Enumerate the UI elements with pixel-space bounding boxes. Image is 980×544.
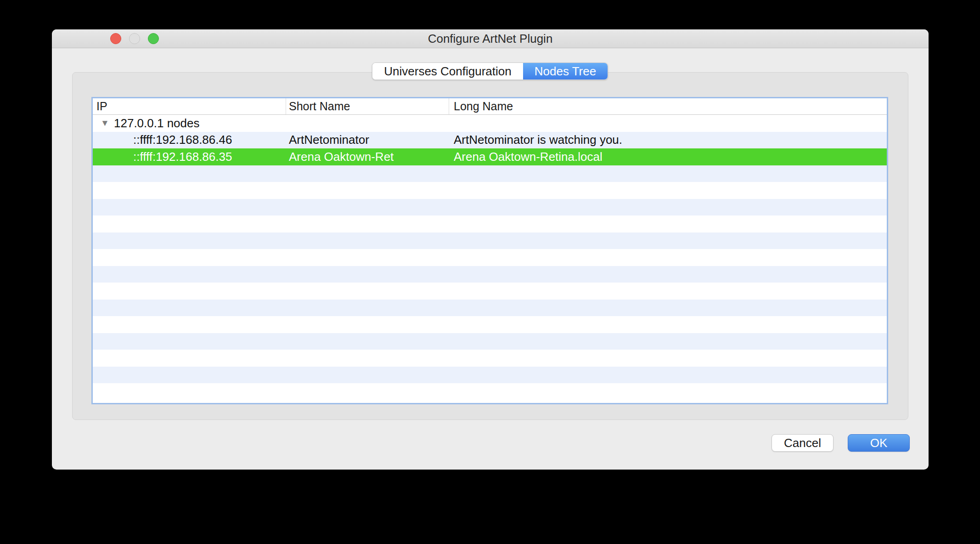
- empty-row[interactable]: [93, 215, 887, 232]
- empty-row[interactable]: [93, 232, 887, 249]
- zoom-button-icon[interactable]: [148, 33, 159, 44]
- tree-group-row[interactable]: ▼ 127.0.0.1 nodes: [93, 115, 887, 132]
- cell-text: Arena Oaktown-Retina.local: [454, 150, 603, 164]
- group-row-label: 127.0.0.1 nodes: [114, 116, 200, 130]
- cell-text: ::ffff:192.168.86.35: [93, 150, 232, 164]
- dialog-window: Configure ArtNet Plugin Universes Config…: [52, 29, 929, 470]
- close-button-icon[interactable]: [110, 33, 121, 44]
- empty-row[interactable]: [93, 333, 887, 350]
- empty-row[interactable]: [93, 300, 887, 317]
- empty-row[interactable]: [93, 266, 887, 283]
- tab-nodes-tree[interactable]: Nodes Tree: [523, 63, 608, 79]
- empty-row[interactable]: [93, 199, 887, 216]
- cell-text: Arena Oaktown-Ret: [289, 150, 394, 164]
- minimize-button-icon[interactable]: [129, 33, 140, 44]
- title-bar[interactable]: Configure ArtNet Plugin: [52, 29, 929, 48]
- cell-text: ::ffff:192.168.86.46: [93, 133, 232, 147]
- empty-row[interactable]: [93, 383, 887, 400]
- cell-text: ArtNetominator: [289, 133, 369, 147]
- tab-universes-configuration[interactable]: Universes Configuration: [372, 63, 523, 79]
- empty-row[interactable]: [93, 249, 887, 266]
- empty-row[interactable]: [93, 165, 887, 182]
- table-header: IP Short Name Long Name: [93, 98, 887, 115]
- node-row-::ffff:192.168.86.35[interactable]: ::ffff:192.168.86.35Arena Oaktown-RetAre…: [93, 148, 887, 165]
- traffic-lights: [110, 29, 159, 48]
- empty-row[interactable]: [93, 367, 887, 384]
- nodes-tree-table[interactable]: IP Short Name Long Name ▼ 127.0.0.1 node…: [91, 97, 888, 404]
- empty-row[interactable]: [93, 316, 887, 333]
- column-header-short-name[interactable]: Short Name: [286, 98, 449, 114]
- tab-control: Universes Configuration Nodes Tree: [372, 62, 608, 80]
- node-row-::ffff:192.168.86.46[interactable]: ::ffff:192.168.86.46ArtNetominatorArtNet…: [93, 132, 887, 149]
- empty-row[interactable]: [93, 283, 887, 300]
- window-title: Configure ArtNet Plugin: [428, 32, 553, 46]
- column-header-long-name[interactable]: Long Name: [449, 98, 887, 114]
- empty-row[interactable]: [93, 350, 887, 367]
- cancel-button[interactable]: Cancel: [772, 434, 834, 452]
- cell-text: ArtNetominator is watching you.: [454, 133, 622, 147]
- empty-row[interactable]: [93, 182, 887, 199]
- column-header-ip[interactable]: IP: [93, 98, 286, 114]
- ok-button[interactable]: OK: [848, 434, 910, 452]
- disclosure-triangle-icon[interactable]: ▼: [101, 118, 114, 128]
- table-rows-container: ::ffff:192.168.86.46ArtNetominatorArtNet…: [93, 132, 887, 400]
